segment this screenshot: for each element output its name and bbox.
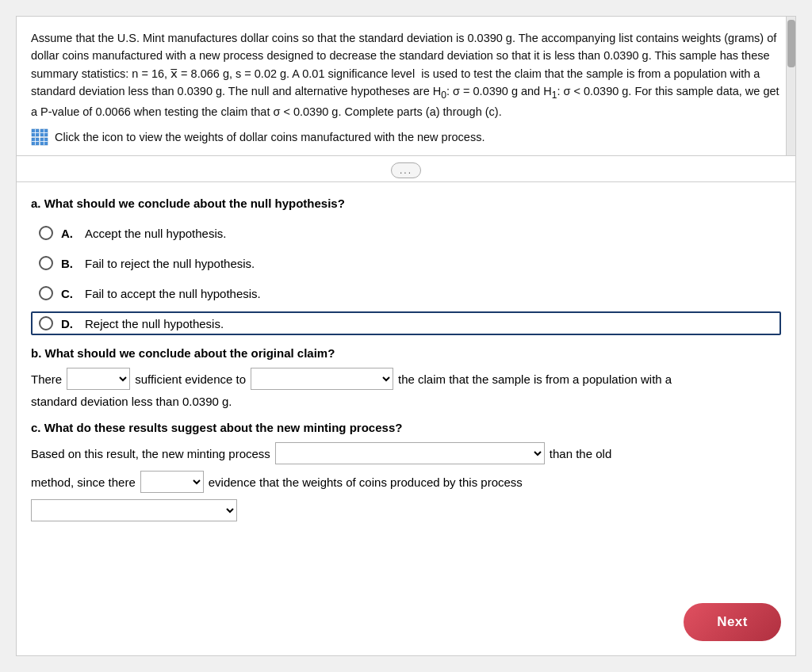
part-b-text-after: the claim that the sample is from a popu… <box>398 372 672 386</box>
scrollbar[interactable] <box>786 17 795 155</box>
radio-b[interactable] <box>39 256 53 270</box>
ellipsis-button[interactable]: ... <box>391 162 421 178</box>
radio-d[interactable] <box>39 316 53 330</box>
part-a-question: a. What should we conclude about the nul… <box>31 197 781 210</box>
part-a-section: a. What should we conclude about the nul… <box>31 197 781 335</box>
part-c-row1: Based on this result, the new minting pr… <box>31 442 781 464</box>
part-c-text-middle: than the old <box>550 447 611 460</box>
main-section: a. What should we conclude about the nul… <box>17 182 795 585</box>
part-b-text-end: standard deviation less than 0.0390 g. <box>31 395 781 408</box>
icon-row-text: Click the icon to view the weights of do… <box>55 131 485 143</box>
part-b-dropdown2[interactable]: support reject fail to reject <box>251 368 393 390</box>
part-c-section: c. What do these results suggest about t… <box>31 421 781 521</box>
part-c-question: c. What do these results suggest about t… <box>31 421 781 434</box>
scrollbar-thumb <box>787 20 795 67</box>
part-b-question: b. What should we conclude about the ori… <box>31 346 781 360</box>
option-a-text: Accept the null hypothesis. <box>85 227 226 240</box>
problem-text: Assume that the U.S. Mint manufactures d… <box>31 29 781 120</box>
option-b-letter: B. <box>61 257 77 270</box>
part-c-dropdown3[interactable]: have less variation have more variation … <box>31 499 237 521</box>
option-c[interactable]: C. Fail to accept the null hypothesis. <box>31 281 781 305</box>
part-b-section: b. What should we conclude about the ori… <box>31 346 781 408</box>
option-b[interactable]: B. Fail to reject the null hypothesis. <box>31 251 781 275</box>
main-container: Assume that the U.S. Mint manufactures d… <box>16 16 796 656</box>
part-c-dropdown1[interactable]: appears to be better appears to be worse… <box>275 442 545 464</box>
option-d[interactable]: D. Reject the null hypothesis. <box>31 311 781 335</box>
part-c-text-method: method, since there <box>31 475 136 489</box>
option-a[interactable]: A. Accept the null hypothesis. <box>31 221 781 245</box>
part-c-text-before: Based on this result, the new minting pr… <box>31 447 270 460</box>
part-c-row3: have less variation have more variation … <box>31 499 781 521</box>
radio-a[interactable] <box>39 226 53 240</box>
option-d-letter: D. <box>61 317 77 330</box>
option-a-letter: A. <box>61 227 77 240</box>
option-c-text: Fail to accept the null hypothesis. <box>85 287 261 300</box>
part-b-dropdown1[interactable]: is is not <box>67 368 130 390</box>
problem-section: Assume that the U.S. Mint manufactures d… <box>17 17 795 156</box>
ellipsis-row: ... <box>17 156 795 182</box>
next-button[interactable]: Next <box>684 603 781 641</box>
part-c-row2: method, since there is is not evidence t… <box>31 471 781 493</box>
part-b-row: There is is not sufficient evidence to s… <box>31 368 781 390</box>
option-c-letter: C. <box>61 287 77 300</box>
part-c-dropdown2[interactable]: is is not <box>140 471 204 493</box>
next-button-container: Next <box>684 603 781 641</box>
part-b-text-middle: sufficient evidence to <box>135 372 246 386</box>
icon-row: Click the icon to view the weights of do… <box>31 128 781 146</box>
part-c-text-evidence: evidence that the weights of coins produ… <box>209 475 523 489</box>
option-b-text: Fail to reject the null hypothesis. <box>85 257 255 270</box>
part-b-text-before: There <box>31 372 62 386</box>
radio-c[interactable] <box>39 286 53 300</box>
radio-group: A. Accept the null hypothesis. B. Fail t… <box>31 221 781 335</box>
grid-icon[interactable] <box>31 128 48 146</box>
option-d-text: Reject the null hypothesis. <box>85 317 224 330</box>
